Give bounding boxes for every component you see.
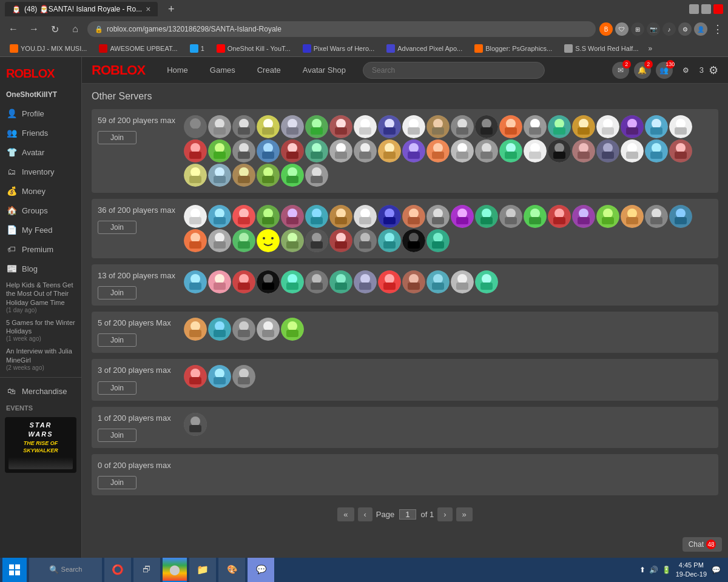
sidebar-item-groups[interactable]: 🏠 Groups — [0, 201, 81, 220]
avatar — [184, 318, 207, 341]
pagination-next-button[interactable]: › — [437, 507, 452, 521]
svg-rect-265 — [383, 283, 396, 290]
svg-rect-298 — [214, 377, 226, 384]
nav-settings-icon[interactable]: ⚙ — [709, 64, 718, 77]
star-wars-banner[interactable]: STAR WARS THE RISE OF SKYWALKER — [5, 417, 76, 473]
home-button[interactable]: ⌂ — [67, 21, 84, 38]
taskbar-network-icon[interactable]: ⬆ — [639, 566, 645, 574]
server-2-join-button[interactable]: Join — [98, 221, 136, 234]
taskbar-battery-icon[interactable]: 🔋 — [662, 566, 671, 574]
nav-create[interactable]: Create — [252, 63, 286, 77]
avatar — [354, 115, 377, 138]
svg-point-285 — [239, 321, 249, 331]
tab-close-button[interactable]: × — [146, 4, 150, 14]
taskbar-explorer[interactable]: 📁 — [189, 558, 216, 582]
server-5-join-button[interactable]: Join — [98, 381, 136, 395]
browser-controls: ← → ↻ ⌂ 🔒 roblox.com/games/1320186298/SA… — [0, 18, 728, 40]
server-1-join-button[interactable]: Join — [98, 131, 136, 144]
maximize-button[interactable] — [701, 4, 711, 14]
sidebar-item-premium[interactable]: 🏷 Premium — [0, 239, 81, 259]
avatar — [305, 270, 328, 293]
sidebar-item-merchandise[interactable]: 🛍 Merchandise — [0, 381, 81, 401]
nav-home[interactable]: Home — [162, 63, 193, 77]
svg-rect-301 — [238, 377, 250, 384]
url-bar[interactable]: 🔒 roblox.com/games/1320186298/SANTA-Isla… — [87, 21, 596, 37]
taskbar-chrome[interactable]: ⬤ — [163, 558, 187, 582]
svg-rect-22 — [359, 127, 371, 135]
active-tab[interactable]: 🎅 (48) 🎅SANTA! Island Royale - Ro... × — [5, 2, 158, 16]
taskbar-volume-icon[interactable]: 🔊 — [649, 566, 658, 574]
search-input[interactable] — [363, 62, 545, 79]
server-3-info: 13 of 200 players max Join — [98, 270, 177, 299]
svg-rect-166 — [359, 217, 371, 224]
back-button[interactable]: ← — [5, 21, 22, 38]
start-button[interactable] — [2, 558, 27, 582]
avatar — [499, 115, 522, 138]
bookmarks-more-icon[interactable]: » — [649, 44, 653, 53]
nav-robux-icon[interactable]: ⚙ — [678, 62, 695, 79]
taskbar-cortana[interactable]: ⭕ — [104, 558, 131, 582]
svg-rect-127 — [189, 176, 201, 183]
sidebar-item-money[interactable]: 💰 Money — [0, 181, 81, 201]
forward-button[interactable]: → — [25, 21, 42, 38]
pagination-prev-button[interactable]: ‹ — [358, 507, 372, 521]
ext-shield-icon[interactable]: 🛡 — [615, 22, 629, 36]
nav-games[interactable]: Games — [205, 63, 240, 77]
nav-friends-icon[interactable]: 👥 130 — [656, 62, 673, 79]
page-number-input[interactable] — [399, 509, 416, 520]
close-button[interactable] — [713, 4, 723, 14]
bookmark-oneshot[interactable]: OneShot Kill - YouT... — [212, 43, 295, 54]
bookmark-blogger[interactable]: Blogger: PsGraphics... — [470, 43, 557, 54]
nav-notifications-icon[interactable]: 🔔 2 — [634, 62, 651, 79]
taskbar-search[interactable]: 🔍 Search — [29, 558, 102, 582]
sidebar-item-blog[interactable]: 📰 Blog — [0, 259, 81, 278]
pagination-first-button[interactable]: « — [337, 507, 354, 521]
ext-music-icon[interactable]: ♪ — [662, 22, 676, 36]
sidebar-item-avatar[interactable]: 👕 Avatar — [0, 142, 81, 162]
taskbar-taskview[interactable]: 🗗 — [133, 558, 160, 582]
bookmark-pixelwars[interactable]: Pixel Wars of Hero... — [298, 43, 379, 54]
refresh-button[interactable]: ↻ — [46, 21, 63, 38]
sidebar-item-profile[interactable]: 👤 Profile — [0, 104, 81, 123]
svg-point-186 — [530, 209, 540, 218]
bookmark-ss[interactable]: S.S World Red Half... — [559, 43, 643, 54]
nav-messages-icon[interactable]: ✉ 2 — [612, 62, 629, 79]
svg-point-60 — [676, 119, 686, 129]
server-6-join-button[interactable]: Join — [98, 429, 136, 442]
svg-point-129 — [215, 167, 224, 177]
ext-grid-icon[interactable]: ⊞ — [631, 22, 644, 36]
minimize-button[interactable] — [689, 4, 699, 14]
bookmark-youdj[interactable]: YOU.DJ - MIX MUSI... — [5, 43, 92, 54]
svg-rect-253 — [286, 283, 298, 290]
bookmark-oneshot-label: OneShot Kill - YouT... — [228, 45, 291, 52]
blog-post-1[interactable]: Help Kids & Teens Get the Most Out of Th… — [0, 278, 81, 316]
blog-post-3[interactable]: An Interview with Julia MineGirl (2 week… — [0, 344, 81, 373]
svg-point-45 — [554, 119, 564, 129]
ext-settings-icon[interactable]: ⚙ — [678, 22, 692, 36]
chat-button[interactable]: Chat 48 — [682, 537, 722, 552]
taskbar-paint[interactable]: 🎨 — [218, 558, 245, 582]
sidebar-item-friends[interactable]: 👥 Friends — [0, 123, 81, 142]
browser-menu-button[interactable]: ⋮ — [712, 22, 723, 36]
new-tab-button[interactable]: + — [163, 1, 180, 18]
bookmark-advanced[interactable]: Advanced Pixel Apo... — [382, 43, 467, 54]
server-4-join-button[interactable]: Join — [98, 333, 136, 347]
taskbar-action-center-icon[interactable]: 💬 — [712, 566, 721, 574]
avatar — [184, 139, 207, 162]
server-7-join-button[interactable]: Join — [98, 476, 136, 489]
bookmark-awesome[interactable]: AWESOME UPBEAT... — [94, 43, 182, 54]
sidebar-item-myfeed[interactable]: 📄 My Feed — [0, 220, 81, 239]
sidebar-item-inventory[interactable]: 🗂 Inventory — [0, 162, 81, 181]
ext-camera-icon[interactable]: 📷 — [647, 22, 660, 36]
pagination-last-button[interactable]: » — [456, 507, 473, 521]
ext-bpr-icon[interactable]: B — [599, 22, 613, 36]
bookmark-twitter[interactable]: 1 — [185, 43, 209, 54]
taskbar-clock[interactable]: 4:45 PM 19-Dec-19 — [676, 561, 707, 580]
blog-post-2[interactable]: 5 Games for the Winter Holidays (1 week … — [0, 316, 81, 345]
server-3-join-button[interactable]: Join — [98, 286, 136, 299]
taskbar-discord[interactable]: 💬 — [248, 558, 274, 582]
nav-avatar-shop[interactable]: Avatar Shop — [298, 63, 351, 77]
ext-user-icon[interactable]: 👤 — [694, 22, 707, 36]
server-4-avatars — [184, 318, 712, 341]
bookmark-awesome-label: AWESOME UPBEAT... — [110, 45, 177, 52]
